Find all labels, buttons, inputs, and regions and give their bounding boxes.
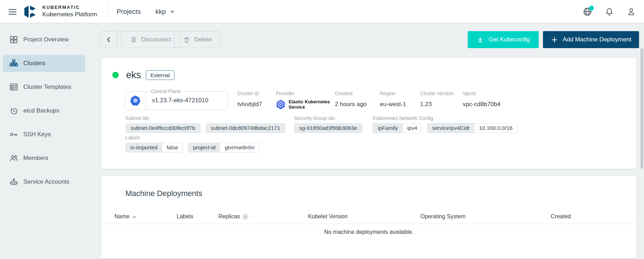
brand-name: KUBERMATIC [42,5,97,10]
grid-icon [9,35,18,44]
column-header-replicas: Replicas i [218,213,308,220]
sidebar-item-label: Service Accounts [23,178,69,185]
community-icon[interactable] [583,7,592,17]
column-header-name[interactable]: Name [114,213,177,220]
scrollbar-thumb[interactable] [640,48,643,169]
user-account-icon[interactable] [626,7,636,17]
sidebar-item-clusters[interactable]: Clusters [3,55,85,72]
subnet-ids-section: Subnet Ids subnet-0e4f6ccd30fec0f7b subn… [125,115,285,133]
provider-name: Elastic Kubernetes Service [289,99,332,110]
hamburger-menu-icon[interactable] [6,5,19,18]
labels-section: Labels is-imported false project-id gtvr… [125,135,260,152]
top-header: KUBERMATIC Kubernetes Platform Projects … [0,0,644,23]
subnet-chip: subnet-0dc809748bdac2171 [206,123,286,133]
sidebar-item-label: Members [23,155,48,162]
label-chip: is-imported false [125,143,183,152]
nav-projects-link[interactable]: Projects [117,0,141,23]
sidebar-nav: Project Overview Clusters Cluster Templa… [0,23,87,259]
info-icon[interactable]: i [242,214,248,220]
add-machine-deployment-button[interactable]: Add Machine Deployment [543,31,639,48]
detail-created: Created 2 hours ago [335,91,367,108]
security-group-chip: sg-01850ad3f99b3063e [294,123,362,133]
members-icon [9,154,18,163]
plus-icon [551,36,558,44]
detail-cluster-id: Cluster ID tvlvvbjld7 [237,91,262,108]
header-actions [583,0,636,23]
unlink-icon [130,36,137,44]
kubermatic-app: KUBERMATIC Kubernetes Platform Projects … [0,0,644,259]
kubermatic-logo [23,5,37,20]
eks-provider-icon: K [276,100,285,109]
trash-icon [183,36,190,44]
control-plane-version: v1.23.7-eks-4721010 [146,97,208,104]
detail-vpc-id: VpcId vpc-cd8b70b4 [463,91,501,108]
network-config-chip: ipFamily ipv4 [373,123,422,133]
label-chip: project-id gtvrmw9n5n [188,143,259,152]
column-header-created: Created [551,213,636,220]
sidebar-item-etcd-backups[interactable]: etcd Backups [3,102,85,119]
empty-table-message: No machine deployments available. [101,229,636,235]
kubernetes-icon: ☸ [125,92,146,109]
security-group-ids-section: Security Group Ids sg-01850ad3f99b3063e [294,115,362,133]
sort-asc-icon [132,213,136,220]
cluster-name: eks [126,70,141,81]
subnet-chip: subnet-0e4f6ccd30fec0f7b [125,123,201,133]
column-header-kubelet-version: Kubelet Version [308,213,420,220]
chevron-down-icon [169,8,176,15]
sidebar-item-project-overview[interactable]: Project Overview [3,31,85,48]
cluster-detail-card: eks External Control Plane ☸ v1.23.7-eks… [101,58,636,169]
project-selector[interactable]: kkp [155,0,176,23]
delete-button[interactable]: Delete [174,31,220,48]
get-kubeconfig-label: Get Kubeconfig [489,36,530,43]
bell-icon[interactable] [604,7,614,17]
sidebar-item-service-accounts[interactable]: Service Accounts [3,173,85,190]
brand-subtitle: Kubernetes Platform [42,11,97,18]
sidebar-item-ssh-keys[interactable]: SSH Keys [3,126,85,143]
delete-label: Delete [194,36,212,43]
get-kubeconfig-button[interactable]: Get Kubeconfig [468,31,539,48]
sidebar-item-label: Project Overview [23,36,69,43]
sidebar-item-label: SSH Keys [23,131,51,138]
add-machine-deployment-label: Add Machine Deployment [563,36,632,43]
detail-region: Region eu-west-1 [380,91,406,108]
network-config-chip: serviceIpv4Cidr 10.100.0.0/16 [427,123,518,133]
network-config-section: Kubernetes Network Config ipFamily ipv4 … [373,115,518,133]
disconnect-button[interactable]: Disconnect [121,31,180,48]
history-icon [9,106,18,115]
download-icon [477,36,484,44]
header-divider [108,5,108,18]
project-selector-value: kkp [155,8,166,16]
control-plane-label: Control Plane [148,88,183,94]
external-badge: External [146,70,175,80]
detail-cluster-version: Cluster Version 1.23 [420,91,454,108]
machine-deployments-title: Machine Deployments [125,189,202,198]
detail-provider: Provider K Elastic Kubernetes Service [276,91,332,110]
templates-icon [9,82,18,92]
scrollbar-track [640,23,644,259]
robot-icon [9,177,18,186]
cluster-status-indicator [112,72,119,78]
brand-text: KUBERMATIC Kubernetes Platform [42,5,97,18]
back-button[interactable] [100,31,118,48]
machine-deployments-header-row: Name Labels Replicas i Kubelet Version O… [101,209,636,224]
sidebar-item-cluster-templates[interactable]: Cluster Templates [3,79,85,96]
clusters-icon [9,59,18,68]
column-header-operating-system: Operating System [420,213,551,220]
sidebar-item-label: Cluster Templates [23,84,71,91]
machine-deployments-card: Machine Deployments Name Labels Replicas… [101,176,636,258]
sidebar-item-label: Clusters [23,60,45,67]
sidebar-item-label: etcd Backups [23,107,59,114]
key-icon [9,130,18,139]
notification-dot [589,6,594,11]
disconnect-label: Disconnect [141,36,171,43]
sidebar-item-members[interactable]: Members [3,150,85,167]
control-plane-field: Control Plane ☸ v1.23.7-eks-4721010 [125,91,228,110]
column-header-labels: Labels [177,213,218,220]
